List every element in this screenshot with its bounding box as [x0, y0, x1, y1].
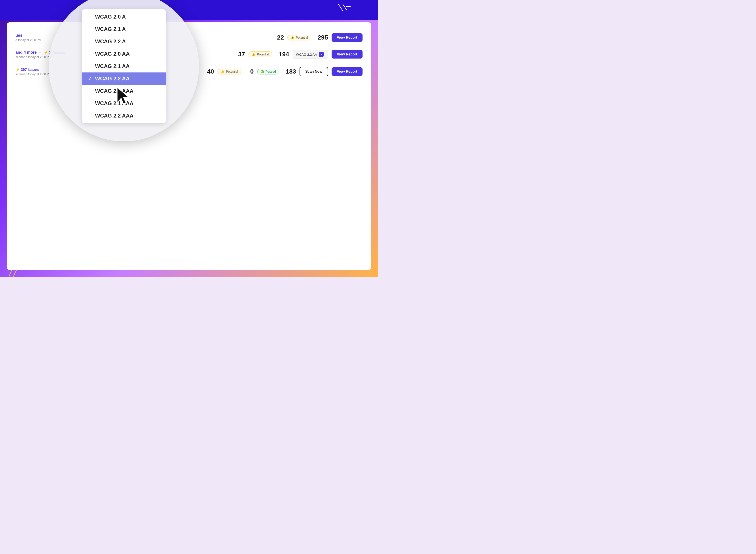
svg-line-0 — [338, 4, 343, 11]
row3-issues-badge: ⚡ 397 issues — [15, 68, 39, 71]
row1-subtitle: d today at 2:00 PM — [15, 38, 267, 42]
row3-stat-right: 183 — [283, 68, 296, 75]
row1-stat-left: 22 — [270, 34, 284, 41]
wcag-standard-dropdown[interactable]: WCAG 2.2 AA ▼ — [293, 50, 328, 59]
row1-badge-label: Potential — [296, 36, 308, 39]
row2-badge-label: Potential — [257, 53, 269, 56]
decorative-lines — [325, 2, 351, 19]
row3-subtitle: scanned today at 2:00 PM — [15, 72, 197, 76]
row3-view-report-button[interactable]: View Report — [332, 67, 362, 76]
row3-scan-now-button[interactable]: Scan Now — [300, 67, 328, 76]
row3-badge-label: Potential — [226, 70, 238, 73]
row2-issues-badge: ⚡ 37 issues — [44, 51, 65, 54]
row3-passed-badge: ✅ Passed — [257, 69, 280, 74]
row2-stat-right: 194 — [276, 51, 289, 58]
check-circle-icon: ✅ — [261, 70, 264, 73]
warning-icon-3: ⚠️ — [221, 70, 224, 73]
row2-info: and 4 more – ⚡ 37 issues scanned today a… — [15, 50, 228, 59]
row1-title: ues — [15, 33, 267, 38]
main-content-card: ues d today at 2:00 PM 22 ⚠️ Potential 2… — [7, 22, 371, 270]
row2-subtitle: scanned today at 2:00 PM — [15, 55, 228, 59]
warning-icon-2: ⚠️ — [252, 53, 256, 56]
row3-info: ⚡ 397 issues scanned today at 2:00 PM — [15, 67, 197, 76]
scan-row-2: and 4 more – ⚡ 37 issues scanned today a… — [15, 46, 362, 63]
row3-title: ⚡ 397 issues — [15, 67, 197, 72]
svg-line-1 — [343, 4, 347, 11]
row3-potential-badge: ⚠️ Potential — [217, 69, 241, 74]
top-navigation-bar — [0, 0, 378, 20]
scan-row-3: ⚡ 397 issues scanned today at 2:00 PM 40… — [15, 63, 362, 80]
row1-stat-right: 295 — [315, 34, 328, 41]
dropdown-selected-text: WCAG 2.2 AA — [296, 53, 317, 56]
row3-zero: 0 — [245, 68, 254, 75]
row2-title-text: and 4 more — [15, 50, 37, 55]
row3-stat-left: 40 — [201, 68, 214, 75]
scan-row-1: ues d today at 2:00 PM 22 ⚠️ Potential 2… — [15, 29, 362, 46]
row2-potential-badge: ⚠️ Potential — [248, 51, 272, 57]
row3-passed-label: Passed — [266, 70, 276, 73]
warning-icon-1: ⚠️ — [291, 36, 294, 39]
row1-info: ues d today at 2:00 PM — [15, 33, 267, 42]
row2-title: and 4 more – ⚡ 37 issues — [15, 50, 228, 55]
row2-stat-left: 37 — [232, 51, 245, 58]
row1-view-report-button[interactable]: View Report — [332, 33, 362, 42]
row2-view-report-button[interactable]: View Report — [332, 50, 362, 59]
row1-potential-badge: ⚠️ Potential — [287, 35, 311, 41]
dropdown-arrow-icon: ▼ — [319, 52, 323, 57]
